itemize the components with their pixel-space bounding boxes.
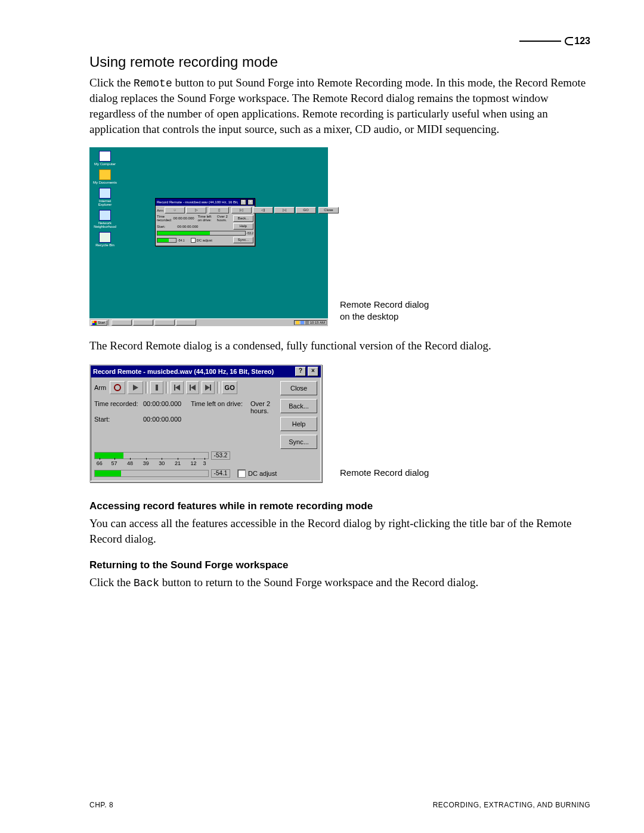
inline-code-remote: Remote [134,78,172,89]
mini-back-button[interactable]: ◁| [253,207,273,213]
footer-chapter: CHP. 8 [89,801,113,809]
meter-left [94,452,209,459]
start-label: Start [98,321,106,324]
record-button[interactable] [110,381,125,394]
paragraph-condensed: The Record Remote dialog is a condensed,… [89,338,590,354]
mini-start-value: 00:00:00.000 [177,225,198,228]
dialog-toolbar: Arm [94,381,277,394]
windows-desktop: My Computer My Documents Internet Explor… [89,147,328,326]
figure-desktop: My Computer My Documents Internet Explor… [89,147,590,326]
mini-start-label: Start: [157,225,165,228]
meter-scale: 66 57 48 39 30 21 12 3 [94,460,208,469]
mini-help-button[interactable]: Help [233,223,253,230]
mini-play-button[interactable]: ▷ [186,207,206,213]
ie-icon [99,188,111,199]
taskbar[interactable]: Start 10:15 AM [89,318,328,326]
heading-returning: Returning to the Sound Forge workspace [89,559,590,571]
title-help-button[interactable]: ? [295,367,306,376]
desktop-icon-internet-explorer[interactable]: Internet Explorer [93,188,117,206]
manual-page: 123 Using remote recording mode Click th… [0,0,644,833]
meter-right [94,470,209,477]
paragraph-accessing: You can access all the features accessib… [89,516,590,546]
mini-title-text: Record Remote - musicbed.wav (44,100 Hz,… [157,200,239,204]
desktop-icon-network-neighborhood[interactable]: Network Neighborhood [93,210,117,228]
sync-button[interactable]: Sync... [280,435,317,449]
meter-left-value: -53.2 [211,451,230,460]
paragraph-intro: Click the Remote button to put Sound For… [89,75,590,137]
start-button[interactable]: Start [91,320,107,326]
mini-marker-button[interactable]: ▯ [209,207,229,213]
mini-time-rec-value: 00:00:00.000 [174,216,194,220]
footer-section: RECORDING, EXTRACTING, AND BURNING [433,801,590,809]
icon-label: My Computer [94,162,116,166]
paragraph-returning: Click the Back button to return to the S… [89,575,590,590]
quicklaunch-icon[interactable] [154,320,175,326]
desktop-icon-recycle-bin[interactable]: Recycle Bin [93,232,117,247]
desktop-icon-my-computer[interactable]: My Computer [93,151,117,166]
svg-rect-3 [174,385,175,391]
mini-record-button[interactable]: ○ [165,207,185,213]
scale-tick: 57 [112,460,117,466]
tray-icon[interactable] [296,321,299,324]
rewind-button[interactable] [186,381,199,394]
windows-logo-icon [92,321,97,325]
mini-meter [157,231,246,236]
mini-time-left-value: Over 2 hours. [217,215,231,222]
title-close-button[interactable]: × [308,367,318,376]
dc-adjust: DC adjust [237,469,277,478]
system-tray[interactable]: 10:15 AM [294,320,327,325]
back-button[interactable]: Back... [280,399,317,413]
page-footer: CHP. 8 RECORDING, EXTRACTING, AND BURNIN… [89,801,590,809]
go-to-start-button[interactable] [171,381,184,394]
scale-tick: 39 [143,460,149,466]
forward-button[interactable] [202,381,215,394]
scale-tick: 48 [127,460,133,466]
tray-icon[interactable] [301,321,304,324]
network-icon [99,210,111,221]
mini-close-icon[interactable]: × [247,199,253,205]
time-recorded-value: 00:00:00.000 [143,400,191,414]
level-meters: -53.2 66 57 48 39 30 21 12 3 [94,451,317,478]
desktop-icon-my-documents[interactable]: My Documents [93,169,117,184]
caption-dialog: Remote Record dialog [340,467,429,479]
svg-rect-2 [156,385,158,391]
mini-meter-val: -53.2 [247,231,253,235]
drop-marker-button[interactable] [150,381,163,394]
heading-accessing: Accessing record features while in remot… [89,500,590,512]
scale-tick: 3 [203,460,206,466]
mini-back-dialog-button[interactable]: Back... [233,215,253,222]
close-button[interactable]: Close [280,381,317,395]
mini-rew-button[interactable]: |◁ [231,207,252,213]
start-label: Start: [94,416,143,423]
play-button[interactable] [128,381,143,394]
quicklaunch-icon[interactable] [133,320,153,326]
quicklaunch-icon[interactable] [112,320,132,326]
tray-icon[interactable] [305,321,309,324]
help-button[interactable]: Help [280,417,317,431]
taskbar-clock: 10:15 AM [310,321,325,324]
mini-title-bar[interactable]: Record Remote - musicbed.wav (44,100 Hz,… [156,199,255,206]
start-value: 00:00:00.000 [143,416,191,423]
mini-time-left-label: Time left on drive: [198,215,216,222]
go-button[interactable]: GO [222,381,237,394]
mini-sync-button[interactable]: Sync... [233,237,253,243]
scale-tick: 30 [159,460,165,466]
mini-help-icon[interactable]: ? [240,199,246,205]
mini-go-button[interactable]: GO [296,207,316,213]
svg-marker-5 [191,385,196,391]
svg-marker-1 [133,385,138,391]
recycle-icon [99,232,111,243]
dialog-side-buttons: Close Back... Help Sync... [280,381,317,449]
quicklaunch-icon[interactable] [176,320,196,326]
time-left-value: Over 2 hours. [250,400,277,414]
mini-dc-checkbox[interactable] [191,238,196,243]
mini-arm-label: Arm [157,209,163,212]
dialog-title-bar[interactable]: Record Remote - musicbed.wav (44,100 Hz,… [91,366,321,377]
desktop-icons: My Computer My Documents Internet Explor… [93,151,117,247]
mini-close-button[interactable]: Close [318,207,339,213]
mini-fwd-button[interactable]: ▷| [274,207,295,213]
mini-meter-2 [157,238,177,243]
text: Click the [89,576,134,589]
dc-adjust-checkbox[interactable] [237,469,246,478]
record-remote-dialog: Record Remote - musicbed.wav (44,100 Hz,… [89,364,322,482]
